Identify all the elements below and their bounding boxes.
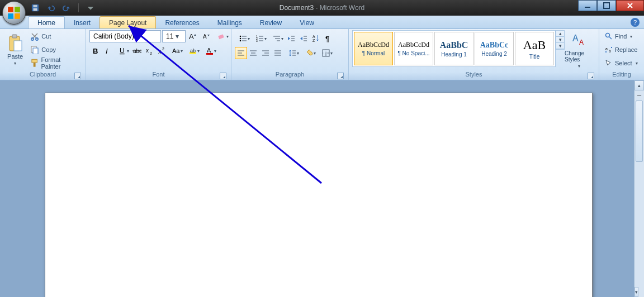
undo-icon[interactable] <box>46 3 56 13</box>
change-case-icon[interactable]: Aa <box>168 45 184 57</box>
sort-icon[interactable]: AZ <box>310 32 322 45</box>
window-title: Document3 - Microsoft Word <box>0 4 644 12</box>
svg-text:a: a <box>605 47 608 51</box>
font-size-combo[interactable]: 11▾ <box>162 30 186 42</box>
svg-rect-8 <box>604 3 609 8</box>
svg-text:3: 3 <box>256 39 258 42</box>
font-color-icon[interactable]: A <box>201 45 218 57</box>
show-hide-icon[interactable]: ¶ <box>322 32 334 45</box>
multilevel-list-icon[interactable] <box>268 32 285 45</box>
superscript-icon[interactable]: x2 <box>155 45 168 57</box>
svg-text:A: A <box>572 33 579 43</box>
redo-icon[interactable] <box>61 3 72 13</box>
svg-text:2: 2 <box>162 47 164 51</box>
svg-text:x: x <box>146 47 149 54</box>
border-icon[interactable] <box>318 47 334 59</box>
svg-text:A: A <box>579 39 584 46</box>
styles-gallery[interactable]: AaBbCcDd¶ NormalAaBbCcDd¶ No Spaci...AaB… <box>352 30 556 67</box>
save-icon[interactable] <box>30 3 40 13</box>
align-center-icon[interactable] <box>247 47 259 59</box>
cut-button[interactable]: Cut <box>28 30 82 42</box>
subscript-icon[interactable]: x2 <box>143 45 155 57</box>
gallery-down-icon[interactable]: ▾ <box>556 37 564 43</box>
help-icon[interactable]: ? <box>631 18 640 27</box>
office-button[interactable] <box>2 1 26 25</box>
document-area: ▴ ─ ▾ APPUALS TECH HOW-TO'S FROM THE EXP… <box>0 80 644 297</box>
svg-text:x: x <box>158 49 161 55</box>
clipboard-dialog-launcher[interactable] <box>74 73 81 79</box>
format-painter-button[interactable]: Format Painter <box>28 57 82 69</box>
vertical-scrollbar[interactable]: ▴ ─ ▾ <box>634 80 644 297</box>
tab-mailings[interactable]: Mailings <box>209 17 251 28</box>
gallery-more-icon[interactable]: ▾ <box>556 43 564 49</box>
svg-rect-17 <box>34 63 36 67</box>
replace-button[interactable]: abReplace <box>603 44 640 56</box>
tab-home[interactable]: Home <box>28 16 65 28</box>
italic-icon[interactable]: I <box>102 45 114 57</box>
font-name-combo[interactable]: Calibri (Body)▾ <box>89 30 161 42</box>
line-spacing-icon[interactable] <box>284 47 301 59</box>
styles-dialog-launcher[interactable] <box>588 73 594 79</box>
qat-customize-icon[interactable] <box>86 3 96 13</box>
increase-indent-icon[interactable] <box>297 32 310 45</box>
group-font: Calibri (Body)▾ 11▾ A A B I U abc x2 x2 … <box>86 29 231 80</box>
page[interactable] <box>45 93 593 297</box>
object-browser-icon[interactable]: ─ <box>634 90 644 99</box>
svg-text:Z: Z <box>312 39 315 42</box>
justify-icon[interactable] <box>272 47 284 59</box>
svg-rect-34 <box>206 53 213 55</box>
font-dialog-launcher[interactable] <box>220 73 226 79</box>
style-heading-1[interactable]: AaBbCHeading 1 <box>434 32 473 65</box>
paste-button[interactable]: Paste ▾ <box>3 30 27 69</box>
svg-text:b: b <box>609 49 611 53</box>
tab-references[interactable]: References <box>156 17 208 28</box>
svg-line-80 <box>609 37 612 39</box>
shading-icon[interactable] <box>301 47 318 59</box>
scroll-down-icon[interactable]: ▾ <box>634 287 638 297</box>
style--no-spaci-[interactable]: AaBbCcDd¶ No Spaci... <box>394 32 433 65</box>
gallery-up-icon[interactable]: ▴ <box>556 31 564 37</box>
copy-button[interactable]: Copy <box>28 44 82 56</box>
maximize-button[interactable] <box>597 0 616 11</box>
group-clipboard: Paste ▾ Cut Copy Format Painter Clipboar… <box>0 29 86 80</box>
scroll-thumb[interactable] <box>636 100 643 162</box>
style--normal[interactable]: AaBbCcDd¶ Normal <box>354 32 393 65</box>
align-left-icon[interactable] <box>235 47 247 59</box>
svg-text:2: 2 <box>150 51 152 55</box>
style-title[interactable]: AaBTitle <box>515 32 554 65</box>
svg-text:ab: ab <box>190 48 196 54</box>
group-label-styles: Styles <box>352 71 595 80</box>
minimize-button[interactable] <box>578 0 597 11</box>
numbering-icon[interactable]: 123 <box>252 32 268 45</box>
select-button[interactable]: Select▾ <box>603 57 640 69</box>
group-label-font: Font <box>89 71 228 80</box>
bullets-icon[interactable] <box>235 32 252 45</box>
change-styles-button[interactable]: AA Change Styles ▾ <box>565 30 594 69</box>
tab-view[interactable]: View <box>291 17 323 28</box>
tab-insert[interactable]: Insert <box>65 17 100 28</box>
paragraph-dialog-launcher[interactable] <box>337 73 344 79</box>
gallery-scroll[interactable]: ▴ ▾ ▾ <box>556 30 565 50</box>
shrink-font-icon[interactable]: A <box>200 30 212 42</box>
group-paragraph: 123 AZ ¶ Paragraph <box>231 29 349 80</box>
find-button[interactable]: Find▾ <box>603 30 640 42</box>
strikethrough-icon[interactable]: abc <box>131 45 143 57</box>
style-heading-2[interactable]: AaBbCcHeading 2 <box>475 32 514 65</box>
align-right-icon[interactable] <box>259 47 272 59</box>
tab-review[interactable]: Review <box>251 17 291 28</box>
decrease-indent-icon[interactable] <box>285 32 297 45</box>
svg-text:A: A <box>203 33 207 40</box>
group-styles: AaBbCcDd¶ NormalAaBbCcDd¶ No Spaci...AaB… <box>349 29 599 80</box>
close-button[interactable] <box>616 0 644 11</box>
svg-point-79 <box>606 33 610 37</box>
grow-font-icon[interactable]: A <box>187 30 199 42</box>
ribbon: Paste ▾ Cut Copy Format Painter Clipboar… <box>0 29 644 80</box>
clear-formatting-icon[interactable] <box>214 30 230 42</box>
underline-icon[interactable]: U <box>114 45 131 57</box>
highlight-icon[interactable]: ab <box>184 45 201 57</box>
bold-icon[interactable]: B <box>89 45 102 57</box>
window-controls <box>578 0 644 11</box>
tab-page-layout[interactable]: Page Layout <box>100 16 156 28</box>
scroll-up-icon[interactable]: ▴ <box>634 80 644 90</box>
svg-rect-16 <box>32 59 37 63</box>
